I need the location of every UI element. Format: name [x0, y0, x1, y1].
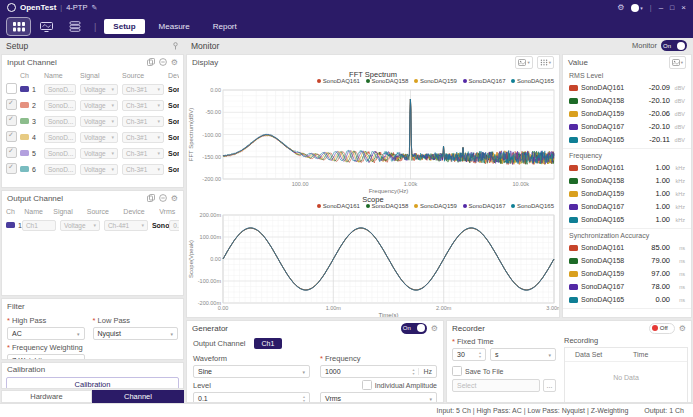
channel-name-input[interactable]: SonoD... [44, 116, 76, 127]
series-name: SonoDAQ158 [581, 177, 624, 184]
chevron-down-icon: ▾ [111, 166, 114, 172]
legend-entry: SonoDAQ165 [511, 203, 554, 209]
value-unit: dBV [670, 124, 685, 130]
legend-entry: SonoDAQ167 [463, 78, 506, 84]
channel-name-input[interactable]: SonoD... [44, 100, 76, 111]
generator-ch1-button[interactable]: Ch1 [254, 338, 283, 349]
fixed-time-input[interactable]: 30▴▾ [452, 348, 486, 361]
monitor-toggle[interactable]: On [661, 40, 687, 51]
fixed-time-label: Fixed Time [452, 337, 558, 346]
input-settings-icon[interactable]: ⚙ [171, 58, 178, 67]
tab-setup[interactable]: Setup [104, 19, 144, 34]
level-input[interactable]: 0.1▴▾ [193, 392, 310, 403]
col-source: Source [87, 208, 124, 215]
high-pass-select[interactable]: AC▾ [7, 327, 85, 340]
series-name: SonoDAQ167 [581, 123, 624, 130]
duplicate-icon[interactable] [147, 194, 155, 202]
channel-name-input[interactable]: SonoD... [44, 132, 76, 143]
output-name-input[interactable]: Ch1 [22, 220, 56, 231]
duplicate-icon[interactable] [147, 58, 155, 66]
hardware-button[interactable]: Hardware [1, 390, 92, 403]
channel-enable-checkbox[interactable] [6, 99, 17, 110]
channel-name-input[interactable]: SonoD... [44, 148, 76, 159]
monitor-panel-title: Monitor [191, 41, 219, 51]
collapse-icon[interactable] [159, 58, 167, 66]
generator-settings-icon[interactable]: ⚙ [431, 324, 438, 333]
col-device: Device [123, 208, 159, 215]
channel-enable-checkbox[interactable] [6, 147, 17, 158]
channel-name-input[interactable]: SonoD... [44, 84, 76, 95]
tab-measure[interactable]: Measure [150, 19, 199, 34]
fixed-time-unit-select[interactable]: s▾ [490, 348, 556, 361]
series-color-swatch [569, 178, 578, 184]
series-name: SonoDAQ161 [581, 244, 624, 251]
grid-icon [540, 59, 548, 66]
generator-toggle[interactable]: On [401, 323, 427, 334]
series-name: SonoDAQ158 [581, 257, 624, 264]
series-color-swatch [569, 258, 578, 264]
level-unit-select[interactable]: Vrms▾ [320, 392, 437, 403]
waveform-select[interactable]: Sine▾ [193, 365, 310, 378]
channel-color-swatch [20, 102, 29, 108]
signal-select[interactable]: Voltage▾ [80, 116, 118, 127]
channel-enable-checkbox[interactable] [6, 131, 17, 142]
output-settings-icon[interactable]: ⚙ [171, 194, 178, 203]
individual-amplitude-label: Individual Amplitude [375, 382, 437, 389]
frequency-input[interactable]: 1000▴▾Hz [320, 365, 437, 378]
fft-spectrum-chart: FFT Spectrum SonoDAQ161SonoDAQ158SonoDAQ… [187, 69, 559, 194]
legend-dot-icon [317, 79, 321, 83]
devices-view-button[interactable] [63, 18, 86, 35]
calibration-button[interactable]: Calibration [6, 377, 179, 389]
value-section-title: RMS Level [563, 69, 691, 81]
vrms-input[interactable]: 0.1 [169, 220, 179, 231]
channel-enable-checkbox[interactable] [6, 115, 17, 126]
channel-name-input[interactable]: SonoD... [44, 164, 76, 175]
recorder-settings-icon[interactable]: ⚙ [679, 324, 686, 333]
signal-select[interactable]: Voltage▾ [80, 164, 118, 175]
value-unit: kHz [670, 165, 685, 171]
source-select[interactable]: Ch-3#1▾ [122, 164, 164, 175]
save-to-file-checkbox[interactable] [452, 366, 462, 376]
source-select[interactable]: Ch-3#1▾ [122, 84, 164, 95]
user-avatar[interactable] [631, 4, 639, 12]
source-select[interactable]: Ch-3#1▾ [122, 100, 164, 111]
export-image-button[interactable]: ▾ [515, 56, 532, 69]
close-button[interactable]: × [681, 3, 686, 12]
low-pass-select[interactable]: Nyquist▾ [93, 327, 178, 340]
layout-grid-button[interactable]: ▾ [537, 56, 554, 69]
legend-entry: SonoDAQ158 [366, 78, 409, 84]
browse-file-button[interactable]: ... [543, 379, 556, 392]
source-select[interactable]: Ch-3#1▾ [122, 148, 164, 159]
source-select[interactable]: Ch-3#1▾ [122, 116, 164, 127]
signal-select[interactable]: Voltage▾ [80, 100, 118, 111]
collapse-icon[interactable] [159, 194, 167, 202]
minimize-button[interactable]: – [659, 3, 663, 12]
signal-select[interactable]: Voltage▾ [80, 84, 118, 95]
signal-select[interactable]: Voltage▾ [60, 220, 100, 231]
settings-icon[interactable]: ⚙ [617, 3, 624, 12]
channel-enable-checkbox[interactable] [6, 163, 17, 174]
frequency-weighting-select[interactable]: Z-Weighting▾ [7, 354, 85, 360]
pin-icon[interactable] [172, 42, 179, 50]
recorder-title: Recorder [452, 324, 485, 333]
source-select[interactable]: Ch-4#1▾ [104, 220, 148, 231]
signal-select[interactable]: Voltage▾ [80, 132, 118, 143]
maximize-button[interactable]: □ [670, 4, 674, 11]
signal-select[interactable]: Voltage▾ [80, 148, 118, 159]
individual-amplitude-checkbox[interactable] [362, 380, 372, 390]
user-menu-caret-icon[interactable]: ▾ [640, 5, 643, 11]
file-select-input[interactable]: Select [452, 379, 540, 392]
recording-col-dataset: Data Set [565, 351, 633, 358]
value-export-button[interactable]: ▾ [669, 56, 686, 69]
edit-project-icon[interactable]: ✎ [91, 4, 97, 12]
tab-report[interactable]: Report [204, 19, 246, 34]
channel-button[interactable]: Channel [92, 390, 184, 403]
channels-view-button[interactable] [7, 18, 30, 35]
value-row: SonoDAQ165-20.11dBV [563, 133, 691, 146]
recorder-toggle[interactable]: Off [649, 323, 675, 334]
monitor-view-button[interactable] [35, 18, 58, 35]
channel-enable-checkbox[interactable] [6, 83, 17, 94]
project-name: 4-PTP [66, 3, 87, 12]
source-select[interactable]: Ch-3#1▾ [122, 132, 164, 143]
status-bar: Input: 5 Ch | High Pass: AC | Low Pass: … [0, 403, 693, 417]
